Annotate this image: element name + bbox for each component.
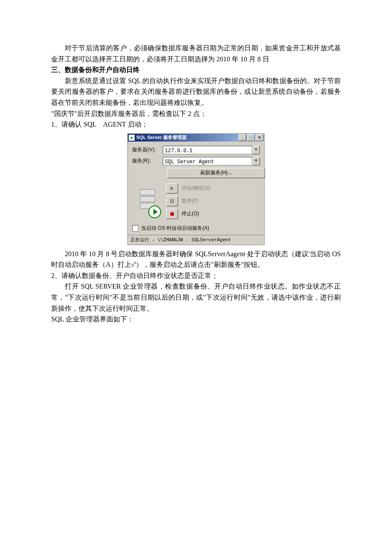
maximize-button: □	[247, 134, 255, 141]
service-dropdown-arrow[interactable]: ▼	[252, 157, 260, 165]
paragraph-4: 1、请确认 SQL AGENT 启动；	[51, 119, 341, 130]
status-bar: 正在运行 - \\ZHANGJW - SQLServerAgent	[128, 235, 264, 245]
stop-label: 停止(O)	[182, 210, 199, 218]
heading-section-3: 三、数据备份和开户自动日终	[51, 64, 341, 75]
paragraph-1: 对于节后清算的客户，必须确保数据库服务器日期为正常的日期，如果资金开工和开放式基…	[51, 43, 341, 64]
server-status-icon	[140, 189, 159, 216]
paragraph-7: 打开 SQL SERVER 企业管理器，检查数据备份、开户自动日终作业状态。如作…	[51, 281, 341, 314]
pause-icon	[170, 199, 174, 203]
pause-button[interactable]	[166, 196, 178, 206]
stop-icon	[170, 212, 174, 216]
close-button[interactable]: ×	[256, 134, 263, 141]
control-area: 开始/继续(S) 暂停(P) 停止(O)	[128, 180, 264, 223]
server-input[interactable]: 127.0.0.1	[163, 146, 252, 154]
titlebar[interactable]: ▸ SQL Server 服务管理器 _ □ ×	[128, 134, 264, 142]
stop-button[interactable]	[166, 209, 178, 219]
autostart-row[interactable]: 当启动 OS 时自动启动服务(A)	[128, 223, 264, 235]
service-combobox[interactable]: SQL Server Agent ▼	[163, 157, 260, 165]
start-label: 开始/继续(S)	[182, 184, 210, 192]
server-dropdown-arrow[interactable]: ▼	[252, 146, 260, 154]
window-title: SQL Server 服务管理器	[136, 134, 238, 142]
form-area: 服务器(V): 127.0.0.1 ▼ 服务(R): SQL Server Ag…	[128, 142, 264, 180]
server-combobox[interactable]: 127.0.0.1 ▼	[163, 146, 260, 154]
paragraph-5: 2010 年 10 月 8 号启动数据库服务器时确保 SQLServerAage…	[51, 249, 341, 270]
start-button[interactable]	[166, 183, 178, 194]
autostart-checkbox[interactable]	[132, 225, 138, 231]
server-label: 服务器(V):	[132, 146, 163, 154]
play-icon	[170, 186, 174, 191]
running-indicator-icon	[148, 205, 161, 218]
paragraph-2: 新意系统是通过设置 SQL 的自动执行作业来实现开户数据自动日终和数据备份的。对…	[51, 75, 341, 108]
sql-service-manager-dialog: ▸ SQL Server 服务管理器 _ □ × 服务器(V): 127.0.0…	[127, 133, 265, 245]
autostart-label: 当启动 OS 时自动启动服务(A)	[141, 224, 209, 232]
app-icon: ▸	[129, 135, 135, 141]
pause-label: 暂停(P)	[182, 197, 199, 205]
paragraph-8: SQL 企业管理器界面如下：	[51, 314, 341, 325]
service-label: 服务(R):	[132, 157, 163, 165]
paragraph-3: "国庆节"后开启数据库服务器后，需检查以下 2 点：	[51, 108, 341, 119]
service-input[interactable]: SQL Server Agent	[163, 157, 252, 165]
refresh-services-button[interactable]: 刷新服务(H)...	[167, 168, 265, 178]
paragraph-6: 2、请确认数据备份、开户自动日终作业状态是否正常；	[51, 270, 341, 281]
minimize-button[interactable]: _	[239, 134, 246, 141]
